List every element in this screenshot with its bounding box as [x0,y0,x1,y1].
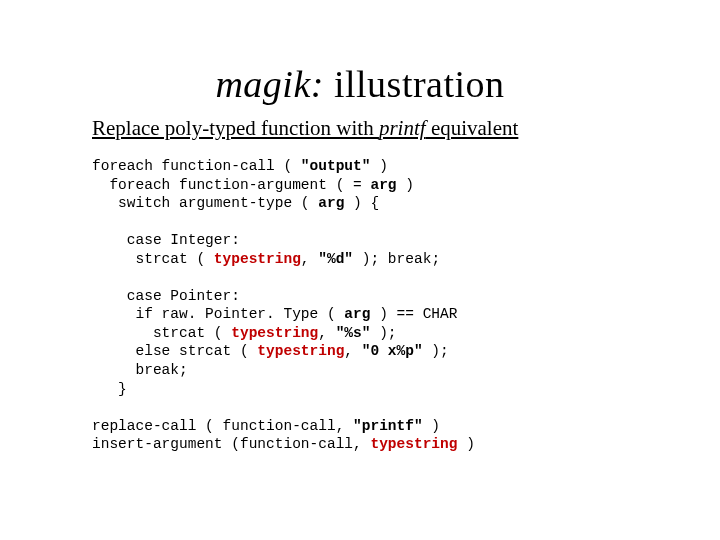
code-ident: typestring [370,436,457,452]
subtitle-pre: Replace poly-typed function with [92,116,379,140]
code-text: ) { [344,195,379,211]
subtitle-post: equivalent [426,116,519,140]
code-text: , [318,325,335,341]
code-text: else strcat ( [92,343,257,359]
code-block: foreach function-call ( "output" ) forea… [92,157,720,454]
code-text: ); [423,343,449,359]
code-text: , [344,343,361,359]
slide: magik: illustration Replace poly-typed f… [0,62,720,540]
code-text: ) == CHAR [370,306,457,322]
code-ident: typestring [231,325,318,341]
code-kw: arg [318,195,344,211]
code-text: , [301,251,318,267]
code-string: "output" [301,158,371,174]
slide-subtitle: Replace poly-typed function with printf … [92,116,720,141]
subtitle-italic: printf [379,116,426,140]
code-text: ) [370,158,387,174]
code-text: strcat ( [92,251,214,267]
code-text: ) [423,418,440,434]
code-text: if raw. Pointer. Type ( [92,306,344,322]
code-text: ); [370,325,396,341]
code-kw: arg [370,177,396,193]
code-ident: typestring [214,251,301,267]
code-text: } [92,381,127,397]
code-string: "printf" [353,418,423,434]
code-string: "%d" [318,251,353,267]
code-text: foreach function-argument ( = [92,177,370,193]
code-kw: arg [344,306,370,322]
code-text: ); break; [353,251,440,267]
code-text: break; [92,362,188,378]
code-string: "0 x%p" [362,343,423,359]
code-text: ) [397,177,414,193]
title-rest: illustration [324,63,505,105]
code-text: insert-argument (function-call, [92,436,370,452]
code-text: foreach function-call ( [92,158,301,174]
code-text: ) [457,436,474,452]
code-text: replace-call ( function-call, [92,418,353,434]
slide-title: magik: illustration [0,62,720,106]
code-ident: typestring [257,343,344,359]
code-text: strcat ( [92,325,231,341]
code-text: case Integer: [92,232,240,248]
code-string: "%s" [336,325,371,341]
code-text: case Pointer: [92,288,240,304]
title-italic: magik: [215,63,324,105]
code-text: switch argument-type ( [92,195,318,211]
